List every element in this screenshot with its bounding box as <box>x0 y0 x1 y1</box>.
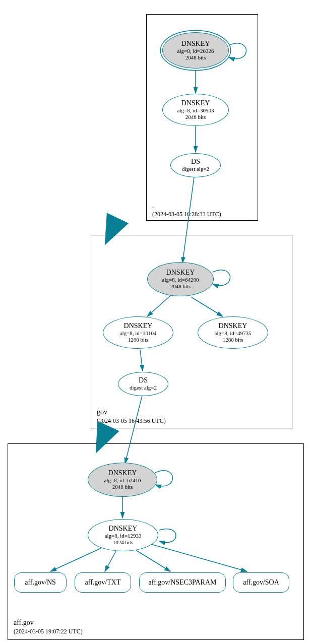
node-title: aff.gov/SOA <box>243 578 279 587</box>
node-aff-ksk: DNSKEY alg=8, id=62410 2048 bits <box>88 463 157 497</box>
node-rr-soa: aff.gov/SOA <box>233 572 289 593</box>
node-gov-ksk: DNSKEY alg=8, id=64280 2048 bits <box>147 262 214 296</box>
node-title: DNSKEY <box>219 322 247 330</box>
node-sub2: 2048 bits <box>185 54 206 61</box>
node-sub1: alg=8, id=62410 <box>104 477 141 484</box>
node-sub2: 2048 bits <box>185 114 206 120</box>
node-root-ksk: DNSKEY alg=8, id=20326 2048 bits <box>162 32 229 69</box>
node-sub1: alg=8, id=10104 <box>120 330 157 337</box>
node-sub2: 1024 bits <box>113 539 134 546</box>
node-title: aff.gov/NS <box>25 578 56 587</box>
node-sub2: 2048 bits <box>112 484 133 490</box>
node-sub1: alg=8, id=49735 <box>215 330 252 337</box>
node-title: aff.gov/NSEC3PARAM <box>149 578 217 587</box>
zone-affgov-label: aff.gov <box>14 619 34 627</box>
node-gov-zsk1: DNSKEY alg=8, id=10104 1280 bits <box>103 316 173 349</box>
node-title: DNSKEY <box>109 525 138 533</box>
node-rr-txt: aff.gov/TXT <box>75 572 131 593</box>
node-sub2: 1280 bits <box>223 337 243 343</box>
node-root-ds: DS digest alg=2 <box>170 153 221 177</box>
node-sub1: alg=8, id=20326 <box>177 48 214 54</box>
node-title: DNSKEY <box>124 322 153 330</box>
zone-gov-label: gov <box>97 408 107 416</box>
node-aff-zsk: DNSKEY alg=8, id=12933 1024 bits <box>88 519 158 551</box>
node-sub1: alg=8, id=30903 <box>177 107 214 114</box>
node-rr-ns: aff.gov/NS <box>14 572 67 593</box>
zone-root-label: . <box>152 202 154 210</box>
node-title: DNSKEY <box>108 469 137 477</box>
node-title: DS <box>191 158 200 166</box>
zone-affgov <box>8 443 304 640</box>
node-gov-zsk2: DNSKEY alg=8, id=49735 1280 bits <box>198 316 268 349</box>
node-title: DNSKEY <box>181 99 210 107</box>
node-gov-ds: DS digest alg=2 <box>118 372 168 396</box>
zone-root-timestamp: (2024-03-05 16:28:33 UTC) <box>152 211 221 218</box>
node-title: DS <box>139 376 148 384</box>
node-rr-nsec: aff.gov/NSEC3PARAM <box>139 572 226 593</box>
node-title: aff.gov/TXT <box>85 578 121 587</box>
node-root-zsk: DNSKEY alg=8, id=30903 2048 bits <box>162 94 229 126</box>
node-title: DNSKEY <box>166 269 195 277</box>
zone-affgov-timestamp: (2024-03-05 19:07:22 UTC) <box>14 628 83 635</box>
node-sub1: alg=8, id=64280 <box>162 277 199 283</box>
zone-gov-timestamp: (2024-03-05 16:43:56 UTC) <box>97 417 166 425</box>
node-sub2: 2048 bits <box>170 283 191 290</box>
node-sub1: alg=8, id=12933 <box>105 533 142 539</box>
node-sub1: digest alg=2 <box>182 166 209 172</box>
node-sub1: digest alg=2 <box>130 384 157 391</box>
node-sub2: 1280 bits <box>128 337 149 343</box>
node-title: DNSKEY <box>181 40 210 48</box>
